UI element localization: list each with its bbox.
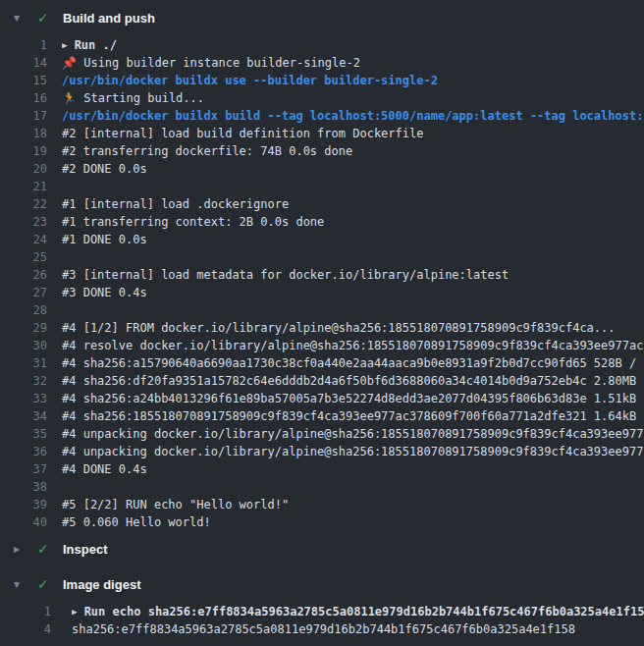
line-text: #4 sha256:185518070891758909c9f839cf4ca3… [62, 407, 644, 425]
log-line: 23 #1 transferring context: 2B 0.0s done [0, 213, 644, 231]
log-line: 25 [0, 248, 644, 266]
line-text: #4 sha256:a15790640a6690aa1730c38cf0a440… [62, 354, 644, 372]
line-number[interactable]: 30 [0, 337, 47, 354]
line-text: ▶ Run ./ [62, 36, 117, 54]
line-number[interactable]: 37 [0, 460, 47, 478]
section-caret-icon[interactable]: ▾ [14, 578, 37, 590]
log-line: 4 sha256:e7ff8834a5963a2785c5a0811e979d1… [0, 620, 644, 638]
log-line: 38 [0, 478, 644, 496]
log-line: 32 #4 sha256:df20fa9351a15782c64e6dddb2d… [0, 372, 644, 390]
line-number[interactable]: 27 [0, 284, 47, 301]
section-title: Image digest [63, 577, 140, 592]
line-number[interactable]: 26 [0, 266, 47, 284]
line-number[interactable]: 40 [0, 513, 47, 531]
success-check-icon: ✓ [37, 542, 63, 556]
line-number[interactable]: 29 [0, 319, 47, 337]
line-text: #4 unpacking docker.io/library/alpine@sh… [62, 425, 644, 443]
line-number[interactable]: 33 [0, 390, 47, 407]
line-number[interactable]: 31 [0, 354, 47, 372]
log-line: 14 📌 Using builder instance builder-sing… [0, 54, 644, 72]
line-text: #3 [internal] load metadata for docker.i… [62, 266, 509, 284]
line-number[interactable]: 23 [0, 213, 47, 231]
line-number[interactable]: 25 [0, 248, 47, 266]
log-line: 28 [0, 301, 644, 319]
log-line: 36 #4 unpacking docker.io/library/alpine… [0, 443, 644, 460]
line-number[interactable]: 19 [0, 142, 47, 160]
line-text: #5 [2/2] RUN echo "Hello world!" [62, 496, 289, 513]
log-line: 18 #2 [internal] load build definition f… [0, 125, 644, 142]
line-text: #3 DONE 0.4s [62, 284, 147, 301]
section-title: Inspect [63, 542, 108, 557]
line-number[interactable]: 34 [0, 407, 47, 425]
line-text-content: Run ./ [67, 38, 117, 52]
log-line: 21 [0, 178, 644, 195]
log-line: 39 #5 [2/2] RUN echo "Hello world!" [0, 496, 644, 513]
section-title: Build and push [63, 11, 155, 26]
log-line: 31 #4 sha256:a15790640a6690aa1730c38cf0a… [0, 354, 644, 372]
line-text: #4 resolve docker.io/library/alpine@sha2… [62, 337, 644, 354]
log-line: 33 #4 sha256:a24bb4013296f61e89ba57005a7… [0, 390, 644, 407]
log-line: 26 #3 [internal] load metadata for docke… [0, 266, 644, 284]
line-number[interactable]: 38 [0, 478, 47, 496]
line-text: #1 transferring context: 2B 0.0s done [62, 213, 324, 231]
line-text: #1 DONE 0.0s [62, 231, 147, 248]
log-line: 24 #1 DONE 0.0s [0, 231, 644, 248]
line-text: #4 sha256:df20fa9351a15782c64e6dddb2d4a6… [62, 372, 644, 390]
line-text: ▶ Run echo sha256:e7ff8834a5963a2785c5a0… [72, 603, 644, 620]
log-line: 15 /usr/bin/docker buildx use --builder … [0, 72, 644, 89]
log-line: 35 #4 unpacking docker.io/library/alpine… [0, 425, 644, 443]
section-caret-icon[interactable]: ▾ [14, 12, 37, 24]
line-number[interactable]: 28 [0, 301, 47, 319]
log-line: 40 #5 0.060 Hello world! [0, 513, 644, 531]
line-number[interactable]: 32 [0, 372, 47, 390]
success-check-icon: ✓ [37, 577, 63, 591]
line-number[interactable]: 20 [0, 160, 47, 178]
line-number[interactable]: 36 [0, 443, 47, 460]
line-text: #1 [internal] load .dockerignore [62, 195, 289, 213]
line-text-content: Run echo sha256:e7ff8834a5963a2785c5a081… [77, 605, 644, 619]
section-header[interactable]: ▾ ✓ Build and push [0, 4, 644, 31]
line-number[interactable]: 18 [0, 125, 47, 142]
line-text: #4 unpacking docker.io/library/alpine@sh… [62, 443, 644, 460]
log-line: 1 ▶ Run echo sha256:e7ff8834a5963a2785c5… [0, 603, 644, 620]
line-text: #2 DONE 0.0s [62, 160, 147, 178]
line-text: 🏃 Starting build... [62, 89, 204, 107]
line-number[interactable]: 1 [0, 36, 47, 54]
line-number[interactable]: 1 [0, 603, 51, 620]
line-text: /usr/bin/docker buildx build --tag local… [62, 107, 644, 125]
line-text: #4 sha256:a24bb4013296f61e89ba57005a7b3e… [62, 390, 644, 407]
line-number[interactable]: 16 [0, 89, 47, 107]
section-header[interactable]: ▸ ✓ Inspect [0, 535, 644, 563]
log-line: 34 #4 sha256:185518070891758909c9f839cf4… [0, 407, 644, 425]
section-caret-icon[interactable]: ▸ [14, 543, 37, 555]
log-line: 30 #4 resolve docker.io/library/alpine@s… [0, 337, 644, 354]
log-line: 16 🏃 Starting build... [0, 89, 644, 107]
line-text: sha256:e7ff8834a5963a2785c5a0811e979d16b… [72, 620, 575, 638]
line-number[interactable]: 39 [0, 496, 47, 513]
line-number[interactable]: 15 [0, 72, 47, 89]
line-text: #5 0.060 Hello world! [62, 513, 211, 531]
section-body: 1 ▶ Run ./ 14 📌 Using builder instance b… [0, 31, 644, 535]
line-number[interactable]: 17 [0, 107, 47, 125]
line-number[interactable]: 35 [0, 425, 47, 443]
line-text: #2 transferring dockerfile: 74B 0.0s don… [62, 142, 352, 160]
line-text: #2 [internal] load build definition from… [62, 125, 423, 142]
section-header[interactable]: ▾ ✓ Image digest [0, 570, 644, 598]
log-section-image-digest: ▾ ✓ Image digest 1 ▶ Run echo sha256:e7f… [0, 570, 644, 642]
line-text: 📌 Using builder instance builder-single-… [62, 54, 360, 72]
log-line: 1 ▶ Run ./ [0, 36, 644, 54]
log-line: 19 #2 transferring dockerfile: 74B 0.0s … [0, 142, 644, 160]
line-number[interactable]: 21 [0, 178, 47, 195]
line-number[interactable]: 14 [0, 54, 47, 72]
log-line: 29 #4 [1/2] FROM docker.io/library/alpin… [0, 319, 644, 337]
line-text: #4 [1/2] FROM docker.io/library/alpine@s… [62, 319, 616, 337]
log-section-inspect: ▸ ✓ Inspect [0, 535, 644, 563]
line-number[interactable]: 24 [0, 231, 47, 248]
line-number[interactable]: 22 [0, 195, 47, 213]
workflow-log-viewer: ▾ ✓ Build and push 1 ▶ Run ./ 14 📌 Using… [0, 0, 644, 646]
log-line: 37 #4 DONE 0.4s [0, 460, 644, 478]
line-text: #4 DONE 0.4s [62, 460, 147, 478]
line-number[interactable]: 4 [0, 620, 51, 638]
log-line: 27 #3 DONE 0.4s [0, 284, 644, 301]
log-section-build-and-push: ▾ ✓ Build and push 1 ▶ Run ./ 14 📌 Using… [0, 4, 644, 535]
